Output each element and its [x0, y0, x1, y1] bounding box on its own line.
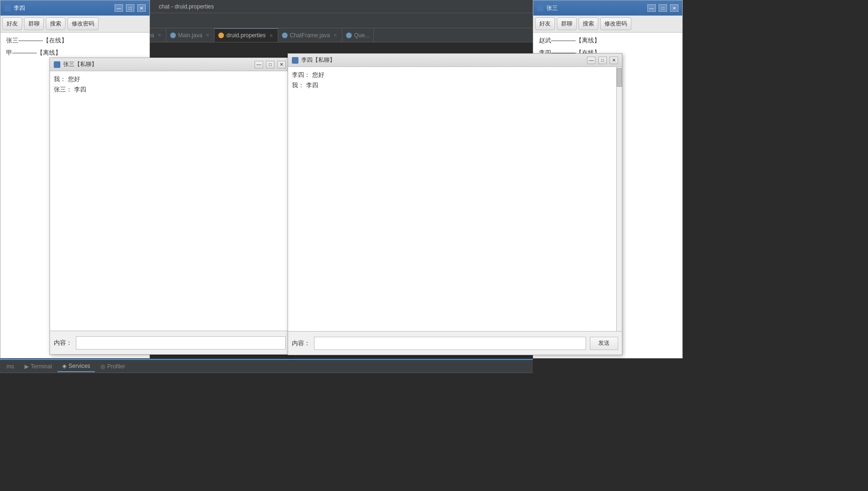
chat-title-bar-left: 张三【私聊】 — □ ✕: [50, 58, 289, 71]
bottom-tab-terminal[interactable]: ▶ Terminal: [20, 361, 57, 372]
friend-window-icon-right: [537, 5, 544, 11]
tab-icon-chat: [282, 33, 288, 38]
tab-icon-main: [170, 33, 176, 38]
chat-input-area-left: 内容：: [50, 331, 289, 354]
tab-que[interactable]: Que...: [342, 28, 374, 42]
chat-messages-left: 我： 您好 张三： 李四: [50, 71, 289, 331]
friend-btn-group-left[interactable]: 群聊: [24, 17, 44, 30]
friend-maximize-btn-left[interactable]: □: [126, 4, 134, 12]
friend-btn-password-right[interactable]: 修改密码: [600, 17, 631, 30]
tab-label-main: Main.java: [178, 32, 202, 39]
chat-msg-right-1: 李四： 您好: [292, 71, 618, 79]
tab-label-druid: druid.properties: [226, 32, 265, 39]
chat-send-btn-right[interactable]: 发送: [590, 337, 618, 350]
chat-messages-right: 李四： 您好 我： 李四: [288, 67, 622, 331]
chat-msg-right-2: 我： 李四: [292, 81, 618, 90]
chat-window-right: 李四【私聊】 — □ ✕ 李四： 您好 我： 李四 内容： 发送: [288, 53, 622, 355]
friend-toolbar-left: 好友 群聊 搜索 修改密码: [0, 16, 149, 33]
bottom-tab-ms[interactable]: ms: [2, 361, 19, 372]
terminal-icon: ▶: [25, 363, 29, 370]
profiler-icon: ◎: [100, 363, 105, 370]
friend-title-bar-right: 张三 — □ ✕: [533, 0, 682, 16]
friend-title-text-left: 李四: [14, 4, 112, 12]
bottom-tab-profiler-label: Profiler: [107, 363, 125, 370]
chat-close-left[interactable]: ✕: [277, 61, 286, 68]
friend-close-btn-left[interactable]: ✕: [137, 4, 146, 12]
bottom-tab-services-label: Services: [68, 363, 90, 369]
chat-maximize-right[interactable]: □: [598, 57, 607, 64]
friend-window-icon-left: [4, 5, 11, 11]
friend-item-zhangsan[interactable]: 张三————【在线】: [2, 34, 148, 47]
tab-close-friend[interactable]: ✕: [157, 33, 162, 38]
chat-icon-left: [54, 61, 60, 68]
friend-item-zhaowu[interactable]: 赵武————【离线】: [535, 34, 680, 47]
chat-input-label-left: 内容：: [54, 339, 72, 347]
chat-scrollbar-thumb-right[interactable]: [617, 68, 622, 87]
tab-chat[interactable]: ChatFrame.java ✕: [278, 28, 342, 42]
file-title: chat - druid.properties: [159, 3, 214, 10]
tab-icon-druid: [218, 33, 224, 38]
chat-minimize-left[interactable]: —: [255, 61, 263, 68]
friend-btn-friends-right[interactable]: 好友: [535, 17, 555, 30]
chat-close-right[interactable]: ✕: [610, 57, 618, 64]
bottom-tab-services[interactable]: ◈ Services: [58, 361, 95, 372]
tab-label-que: Que...: [354, 32, 370, 39]
chat-maximize-left[interactable]: □: [266, 61, 274, 68]
bottom-tab-terminal-label: Terminal: [31, 363, 52, 370]
bottom-panel: ms ▶ Terminal ◈ Services ◎ Profiler: [0, 359, 533, 491]
tab-main[interactable]: Main.java ✕: [166, 28, 215, 42]
bottom-tab-bar: ms ▶ Terminal ◈ Services ◎ Profiler: [0, 360, 533, 373]
friend-btn-search-left[interactable]: 搜索: [46, 17, 66, 30]
friend-title-bar-left: 李四 — □ ✕: [0, 0, 149, 16]
friend-btn-search-right[interactable]: 搜索: [579, 17, 598, 30]
services-icon: ◈: [62, 363, 66, 369]
tab-close-chat[interactable]: ✕: [332, 33, 338, 38]
friend-btn-friends-left[interactable]: 好友: [2, 17, 22, 30]
bottom-tab-profiler[interactable]: ◎ Profiler: [96, 361, 130, 372]
friend-close-btn-right[interactable]: ✕: [670, 4, 678, 12]
bottom-tab-ms-label: ms: [7, 363, 14, 370]
friend-maximize-btn-right[interactable]: □: [659, 4, 667, 12]
friend-btn-password-left[interactable]: 修改密码: [67, 17, 99, 30]
chat-input-label-right: 内容：: [292, 339, 310, 348]
chat-title-text-left: 张三【私聊】: [63, 60, 252, 68]
chat-scrollbar-right[interactable]: [616, 67, 622, 331]
tab-druid[interactable]: druid.properties ✕: [215, 28, 278, 42]
friend-title-text-right: 张三: [546, 4, 645, 12]
tab-close-main[interactable]: ✕: [205, 33, 210, 38]
tab-close-druid[interactable]: ✕: [268, 33, 274, 38]
tab-icon-que: [346, 33, 352, 38]
tab-label-chat: ChatFrame.java: [290, 32, 330, 39]
friend-minimize-btn-right[interactable]: —: [647, 4, 656, 12]
chat-icon-right: [292, 57, 298, 64]
chat-minimize-right[interactable]: —: [587, 57, 595, 64]
chat-title-bar-right: 李四【私聊】 — □ ✕: [288, 54, 622, 67]
friend-toolbar-right: 好友 群聊 搜索 修改密码: [533, 16, 682, 33]
friend-btn-group-right[interactable]: 群聊: [557, 17, 577, 30]
chat-window-left: 张三【私聊】 — □ ✕ 我： 您好 张三： 李四 内容：: [50, 58, 290, 355]
chat-input-area-right: 内容： 发送: [288, 331, 622, 355]
chat-title-text-right: 李四【私聊】: [301, 56, 584, 64]
chat-input-field-right[interactable]: [314, 337, 586, 350]
chat-input-field-left[interactable]: [76, 336, 286, 350]
chat-msg-left-1: 我： 您好: [54, 75, 286, 83]
friend-minimize-btn-left[interactable]: —: [115, 4, 123, 12]
bottom-content: [0, 373, 533, 491]
chat-msg-left-2: 张三： 李四: [54, 85, 286, 94]
